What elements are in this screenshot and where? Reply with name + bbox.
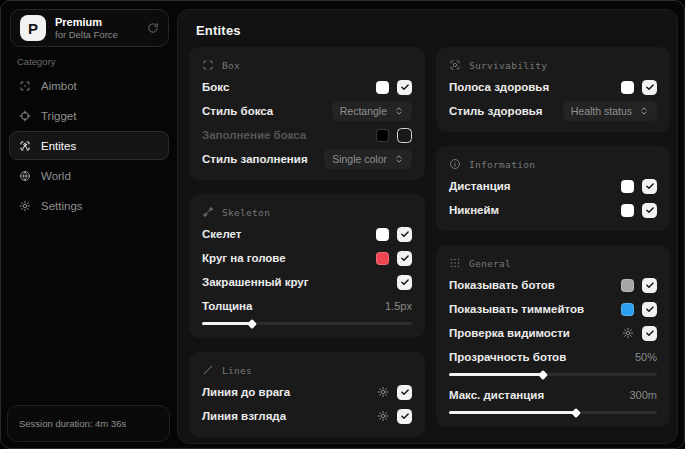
gear-icon[interactable] <box>622 327 634 339</box>
check-icon <box>400 82 410 92</box>
slider-value: 50% <box>635 351 657 363</box>
setting-label: Линия до врага <box>202 386 290 398</box>
sidebar-item-settings[interactable]: Settings <box>9 191 169 220</box>
entities-icon <box>19 140 31 152</box>
slider-value: 1.5px <box>385 300 412 312</box>
info-icon <box>449 158 461 170</box>
chevrons-up-down-icon <box>639 106 649 116</box>
toggle-setting: Показывать тиммейтов <box>449 297 657 321</box>
category-label: Category <box>17 56 56 67</box>
chevrons-up-down-icon <box>394 154 404 164</box>
sidebar-item-entites[interactable]: Entites <box>9 131 169 160</box>
color-swatch[interactable] <box>621 303 634 316</box>
toggle-setting: Показывать ботов <box>449 273 657 297</box>
app-window: P Premium for Delta Force Category Aimbo… <box>0 0 685 449</box>
card-title: Box <box>222 60 240 71</box>
card-title: Skeleton <box>222 207 270 218</box>
toggle-setting: Полоса здоровья <box>449 75 657 99</box>
card-header: General <box>449 253 657 273</box>
check-icon <box>645 304 655 314</box>
brand-logo: P <box>20 15 46 41</box>
sidebar-item-aimbot[interactable]: Aimbot <box>9 71 169 100</box>
checkbox[interactable] <box>397 385 412 400</box>
setting-label: Бокс <box>202 81 229 93</box>
slider-thumb[interactable] <box>571 408 581 418</box>
checkbox[interactable] <box>642 203 657 218</box>
color-swatch[interactable] <box>621 204 634 217</box>
checkbox[interactable] <box>642 80 657 95</box>
slider-fill <box>449 373 543 376</box>
check-icon <box>645 82 655 92</box>
setting-controls <box>622 326 657 341</box>
card-title: Survivability <box>469 60 547 71</box>
card-title: General <box>469 258 511 269</box>
toggle-setting: Линия взгляда <box>202 404 412 428</box>
slider-thumb[interactable] <box>538 370 548 380</box>
slider-fill <box>202 322 252 325</box>
setting-label: Заполнение бокса <box>202 129 306 141</box>
scan-icon <box>202 59 214 71</box>
check-icon <box>645 205 655 215</box>
checkbox[interactable] <box>397 251 412 266</box>
setting-controls <box>621 278 657 293</box>
color-swatch[interactable] <box>376 129 389 142</box>
sidebar-item-trigget[interactable]: Trigget <box>9 101 169 130</box>
sidebar-item-world[interactable]: World <box>9 161 169 190</box>
color-swatch[interactable] <box>621 180 634 193</box>
dropdown-select[interactable]: Health status <box>563 101 657 121</box>
refresh-icon[interactable] <box>147 22 159 34</box>
chevrons-up-down-icon <box>394 106 404 116</box>
gear-icon[interactable] <box>377 410 389 422</box>
checkbox[interactable] <box>397 275 412 290</box>
color-swatch[interactable] <box>621 81 634 94</box>
card-header: Survivability <box>449 55 657 75</box>
slider-thumb[interactable] <box>247 319 257 329</box>
check-icon <box>400 387 410 397</box>
checkbox[interactable] <box>642 278 657 293</box>
slider-fill <box>449 411 576 414</box>
setting-controls <box>397 275 412 290</box>
checkbox[interactable] <box>397 409 412 424</box>
card-title: Lines <box>222 365 252 376</box>
color-swatch[interactable] <box>376 81 389 94</box>
setting-controls <box>376 80 412 95</box>
checkbox[interactable] <box>397 80 412 95</box>
slider-setting: Толщина1.5px <box>202 294 412 325</box>
check-icon <box>400 229 410 239</box>
setting-label: Толщина <box>202 300 252 312</box>
setting-label: Скелет <box>202 228 242 240</box>
color-swatch[interactable] <box>376 228 389 241</box>
card-skeleton: SkeletonСкелетКруг на головеЗакрашенный … <box>189 194 425 338</box>
checkbox[interactable] <box>642 302 657 317</box>
slider-setting: Макс. дистанция300m <box>449 383 657 414</box>
sidebar: P Premium for Delta Force Category Aimbo… <box>1 1 177 448</box>
checkbox[interactable] <box>642 179 657 194</box>
setting-label: Закрашенный круг <box>202 276 309 288</box>
setting-controls <box>377 385 412 400</box>
color-swatch[interactable] <box>376 252 389 265</box>
color-swatch[interactable] <box>621 279 634 292</box>
slider-head: Прозрачность ботов50% <box>449 346 657 368</box>
slider-track[interactable] <box>449 373 657 376</box>
toggle-setting: Бокс <box>202 75 412 99</box>
slider-track[interactable] <box>449 411 657 414</box>
sidebar-item-label: Aimbot <box>41 80 77 92</box>
toggle-setting: Линия до врага <box>202 380 412 404</box>
select-setting: Стиль заполненияSingle color <box>202 147 412 171</box>
setting-label: Круг на голове <box>202 252 286 264</box>
dropdown-select[interactable]: Rectangle <box>332 101 412 121</box>
card-information: InformationДистанцияНикнейм <box>436 146 670 231</box>
setting-label: Стиль заполнения <box>202 153 308 165</box>
session-duration-label: Session duration: 4m 36s <box>19 418 126 429</box>
toggle-setting: Дистанция <box>449 174 657 198</box>
dropdown-select[interactable]: Single color <box>324 149 412 169</box>
slider-track[interactable] <box>202 322 412 325</box>
check-icon <box>400 411 410 421</box>
setting-label: Дистанция <box>449 180 510 192</box>
checkbox[interactable] <box>397 227 412 242</box>
checkbox[interactable] <box>397 128 412 143</box>
gear-icon[interactable] <box>377 386 389 398</box>
checkbox[interactable] <box>642 326 657 341</box>
card-header: Information <box>449 154 657 174</box>
brand-title: Premium <box>55 16 138 29</box>
